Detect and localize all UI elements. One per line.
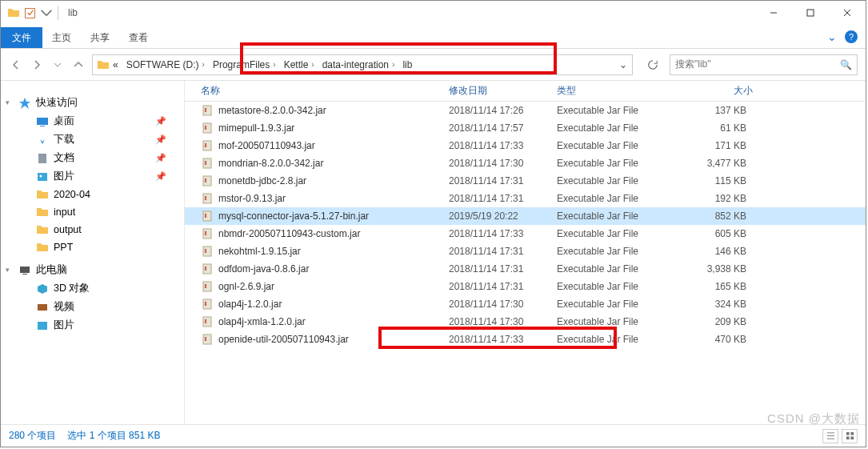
help-icon[interactable]: ? — [845, 30, 858, 43]
file-row[interactable]: olap4j-xmla-1.2.0.jar2018/11/14 17:30Exe… — [185, 313, 866, 331]
file-size: 852 KB — [673, 210, 753, 222]
file-row[interactable]: mondrian-8.2.0.0-342.jar2018/11/14 17:30… — [185, 154, 866, 172]
file-type: Executable Jar File — [557, 228, 673, 239]
back-button[interactable] — [9, 58, 23, 72]
close-button[interactable] — [829, 1, 866, 25]
up-button[interactable] — [71, 58, 86, 72]
nav-folder[interactable]: 2020-04 — [1, 186, 184, 203]
column-headers[interactable]: 名称 修改日期 类型 大小 — [185, 81, 866, 102]
file-date: 2018/11/14 17:30 — [449, 299, 557, 310]
thumbnails-view-button[interactable] — [842, 429, 858, 443]
tab-home[interactable]: 主页 — [42, 27, 81, 48]
svg-rect-24 — [846, 432, 849, 435]
breadcrumb-item[interactable]: lib — [398, 55, 416, 74]
search-input[interactable]: 搜索"lib" 🔍 — [670, 54, 858, 75]
file-type: Executable Jar File — [557, 334, 673, 345]
pin-icon: 📌 — [155, 153, 166, 163]
tab-view[interactable]: 查看 — [119, 27, 158, 48]
breadcrumb-item[interactable]: « — [93, 55, 122, 74]
file-row[interactable]: monetdb-jdbc-2.8.jar2018/11/14 17:31Exec… — [185, 172, 866, 190]
chevron-down-icon[interactable]: ⌄ — [827, 30, 837, 43]
file-size: 324 KB — [673, 299, 753, 310]
pc-icon — [18, 264, 31, 277]
jar-icon — [201, 157, 214, 170]
folder-icon — [36, 241, 49, 254]
nav-quick-access[interactable]: ▾ 快速访问 — [1, 94, 184, 112]
nav-folder[interactable]: PPT — [1, 239, 184, 256]
file-row[interactable]: olap4j-1.2.0.jar2018/11/14 17:30Executab… — [185, 295, 866, 313]
jar-icon — [201, 245, 214, 258]
file-name: nekohtml-1.9.15.jar — [218, 246, 301, 257]
jar-icon — [201, 104, 214, 117]
file-row[interactable]: nbmdr-200507110943-custom.jar2018/11/14 … — [185, 225, 866, 243]
file-row[interactable]: metastore-8.2.0.0-342.jar2018/11/14 17:2… — [185, 102, 866, 119]
file-date: 2019/5/19 20:22 — [449, 210, 557, 222]
chevron-down-icon[interactable]: ⌄ — [619, 59, 627, 70]
file-size: 165 KB — [673, 281, 753, 292]
maximize-button[interactable] — [792, 1, 829, 25]
col-size[interactable]: 大小 — [673, 84, 753, 98]
qat-checkbox[interactable] — [25, 8, 35, 18]
jar-icon — [201, 315, 214, 328]
col-name[interactable]: 名称 — [185, 84, 449, 98]
file-row[interactable]: nekohtml-1.9.15.jar2018/11/14 17:31Execu… — [185, 243, 866, 260]
pin-icon: 📌 — [155, 116, 166, 126]
breadcrumb-item[interactable]: data-integration› — [318, 55, 399, 74]
breadcrumb-item[interactable]: SOFTWARE (D:)› — [122, 55, 209, 74]
jar-icon — [201, 210, 214, 222]
nav-folder[interactable]: input — [1, 203, 184, 221]
file-row[interactable]: mimepull-1.9.3.jar2018/11/14 17:57Execut… — [185, 119, 866, 137]
file-row[interactable]: mstor-0.9.13.jar2018/11/14 17:31Executab… — [185, 190, 866, 207]
details-view-button[interactable] — [822, 429, 838, 443]
file-row[interactable]: odfdom-java-0.8.6.jar2018/11/14 17:31Exe… — [185, 260, 866, 278]
forward-button[interactable] — [30, 58, 44, 72]
tab-share[interactable]: 共享 — [81, 27, 119, 48]
file-row[interactable]: openide-util-200507110943.jar2018/11/14 … — [185, 331, 866, 348]
nav-desktop[interactable]: 桌面📌 — [1, 112, 184, 130]
breadcrumb-item[interactable]: ProgramFiles› — [209, 55, 280, 74]
nav-pictures[interactable]: 图片📌 — [1, 167, 184, 186]
svg-rect-8 — [38, 304, 47, 311]
nav-this-pc[interactable]: ▾ 此电脑 — [1, 261, 184, 279]
file-row[interactable]: mysql-connector-java-5.1.27-bin.jar2019/… — [185, 207, 866, 225]
nav-downloads[interactable]: 下载📌 — [1, 130, 184, 149]
nav-videos[interactable]: 视频 — [1, 298, 184, 316]
breadcrumb-item[interactable]: Kettle› — [280, 55, 318, 74]
col-type[interactable]: 类型 — [557, 84, 673, 98]
svg-rect-23 — [203, 335, 211, 344]
qat-dropdown-icon[interactable] — [40, 6, 53, 19]
separator — [58, 6, 58, 20]
chevron-down-icon[interactable]: ▾ — [6, 98, 10, 106]
title-bar: lib — [1, 1, 866, 25]
jar-icon — [201, 298, 214, 311]
folder-icon — [36, 188, 49, 201]
nav-label: 此电脑 — [36, 263, 67, 277]
refresh-button[interactable] — [642, 54, 663, 75]
pin-icon: 📌 — [155, 134, 166, 145]
nav-documents[interactable]: 文档📌 — [1, 149, 184, 167]
pictures-icon — [36, 170, 49, 183]
pictures-icon — [36, 319, 49, 332]
nav-pictures[interactable]: 图片 — [1, 316, 184, 335]
tab-file[interactable]: 文件 — [1, 27, 42, 48]
history-dropdown[interactable] — [50, 58, 65, 72]
minimize-button[interactable] — [755, 1, 792, 25]
navigation-pane[interactable]: ▾ 快速访问 桌面📌 下载📌 文档📌 图片📌 2020-04 input out… — [1, 81, 185, 424]
nav-3d-objects[interactable]: 3D 对象 — [1, 279, 184, 298]
folder-icon — [36, 223, 49, 236]
file-date: 2018/11/14 17:31 — [449, 175, 557, 186]
folder-icon — [7, 6, 20, 19]
address-toolbar: « SOFTWARE (D:)› ProgramFiles› Kettle› d… — [1, 49, 866, 81]
nav-folder[interactable]: output — [1, 221, 184, 239]
window-title: lib — [68, 7, 78, 18]
file-row[interactable]: mof-200507110943.jar2018/11/14 17:33Exec… — [185, 137, 866, 154]
nav-label: 快速访问 — [36, 96, 78, 110]
file-row[interactable]: ognl-2.6.9.jar2018/11/14 17:31Executable… — [185, 278, 866, 295]
file-type: Executable Jar File — [557, 175, 673, 186]
file-list[interactable]: metastore-8.2.0.0-342.jar2018/11/14 17:2… — [185, 102, 866, 424]
chevron-down-icon[interactable]: ▾ — [6, 266, 10, 274]
file-type: Executable Jar File — [557, 299, 673, 310]
address-bar[interactable]: « SOFTWARE (D:)› ProgramFiles› Kettle› d… — [92, 54, 633, 75]
col-date[interactable]: 修改日期 — [449, 84, 557, 98]
file-date: 2018/11/14 17:33 — [449, 334, 557, 345]
